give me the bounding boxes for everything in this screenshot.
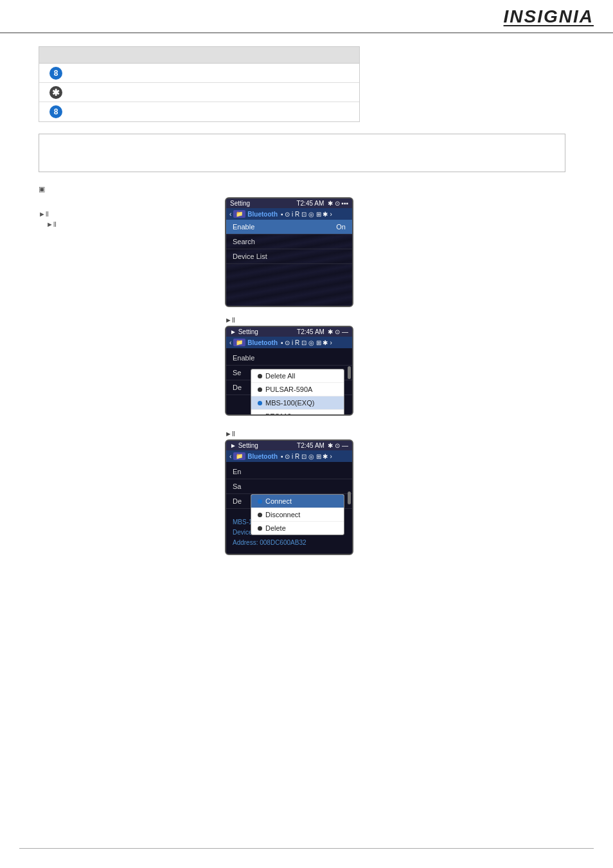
nav-icons-3: ▪ ⊙ i R ⊡ ◎ ⊞ ✱ — [281, 453, 328, 460]
icon-table: 8 ✱ 8 — [39, 46, 360, 122]
screen-group-1: Setting T2:45 AM ✱ ⊙ ▪▪▪ ‹ 📁 Bluetooth ▪… — [225, 197, 353, 307]
popup-item-disconnect[interactable]: Disconnect — [251, 508, 344, 522]
steps-left: ►ll ►ll — [39, 197, 193, 564]
popup-dot-disconnect — [258, 513, 262, 517]
device-screen-1: Setting T2:45 AM ✱ ⊙ ▪▪▪ ‹ 📁 Bluetooth ▪… — [225, 197, 353, 307]
nav-left-arrow-2: ‹ — [229, 339, 231, 346]
icon-row-2: ✱ — [39, 83, 359, 102]
screen-empty-area-1 — [226, 264, 352, 303]
menu-sa-label-3: Sa — [233, 483, 241, 490]
screen-body-1: Enable On Search Device List — [226, 220, 352, 306]
nav-bluetooth-label-1: Bluetooth — [247, 211, 278, 218]
popup-dot-4 — [258, 414, 262, 416]
nav-bt-icon-2: 📁 — [233, 339, 245, 346]
screen-menu-search[interactable]: Search — [226, 235, 352, 249]
bluetooth-icon-2: ✱ — [49, 86, 62, 99]
nav-right-arrow-3: › — [330, 453, 332, 460]
nav-bluetooth-label-2: Bluetooth — [247, 339, 278, 346]
popup-item-connect[interactable]: Connect — [251, 495, 344, 508]
nav-bt-icon-1: 📁 — [233, 210, 245, 218]
scrollbar-3 — [348, 492, 351, 504]
screen-status-bar-3: ► Setting T2:45 AM ✱ ⊙ — — [226, 441, 352, 450]
popup-item-delete-all[interactable]: Delete All — [251, 369, 344, 383]
popup-dot-connect — [258, 499, 262, 504]
icon-table-header — [39, 47, 359, 64]
step-between-1-2: ►ll — [225, 316, 353, 324]
screen-body-2: Enable Se De Delete All — [226, 348, 352, 414]
nav-right-arrow-2: › — [330, 339, 332, 346]
screen-menu-de-3: De Connect Disconnect — [226, 494, 352, 509]
popup-label-bes: BES112 — [265, 412, 291, 416]
icon-cell-3: 8 — [44, 105, 67, 118]
popup-item-mbs[interactable]: MBS-100(EXQ) — [251, 396, 344, 410]
main-content: 8 ✱ 8 ▣ ►ll ►ll — [0, 33, 613, 577]
screen-title-2: ► Setting — [230, 328, 258, 335]
popup-item-pulsar[interactable]: PULSAR-590A — [251, 383, 344, 396]
step-between-2-3: ►ll — [225, 430, 353, 438]
popup-item-bes[interactable]: BES112 — [251, 410, 344, 416]
popup-label-delete: Delete — [265, 524, 286, 532]
menu-en-label-3: En — [233, 468, 241, 475]
popup-dot-2 — [258, 387, 262, 392]
screen-body-3: En Sa De Connect — [226, 462, 352, 554]
logo: INSIGNIA — [504, 6, 594, 27]
screen-menu-en-3: En — [226, 465, 352, 479]
play-icon-2: ►ll — [46, 220, 57, 228]
menu-enable-label-2: Enable — [233, 354, 254, 362]
screen-nav-bar-2: ‹ 📁 Bluetooth ▪ ⊙ i R ⊡ ◎ ⊞ ✱ › — [226, 337, 352, 348]
popup-label-mbs: MBS-100(EXQ) — [265, 399, 314, 407]
screen-status-icons-1: T2:45 AM ✱ ⊙ ▪▪▪ — [296, 200, 348, 207]
screen-group-2: ► Setting T2:45 AM ✱ ⊙ — ‹ 📁 Bluetooth ▪… — [225, 326, 353, 416]
screen-group-3: ► Setting T2:45 AM ✱ ⊙ — ‹ 📁 Bluetooth ▪… — [225, 439, 353, 555]
screen-menu-sa-3: Sa — [226, 479, 352, 494]
nav-bluetooth-label-3: Bluetooth — [247, 453, 278, 460]
menu-search-label: Search — [233, 238, 255, 245]
icon-row-1: 8 — [39, 64, 359, 83]
screen-nav-bar-3: ‹ 📁 Bluetooth ▪ ⊙ i R ⊡ ◎ ⊞ ✱ › — [226, 450, 352, 462]
popup-dot-delete — [258, 526, 262, 531]
bluetooth-icon-3: 8 — [49, 105, 62, 118]
screen-empty-3 — [226, 547, 352, 554]
popup-dot-3 — [258, 401, 262, 405]
screens-container: Setting T2:45 AM ✱ ⊙ ▪▪▪ ‹ 📁 Bluetooth ▪… — [225, 197, 353, 564]
nav-left-arrow-1: ‹ — [229, 211, 231, 218]
footer-line — [19, 848, 594, 849]
icon-cell-1: 8 — [44, 67, 67, 80]
play-icon-1: ►ll — [39, 210, 49, 218]
screen-nav-bar-1: ‹ 📁 Bluetooth ▪ ⊙ i R ⊡ ◎ ⊞ ✱ › — [226, 208, 352, 220]
screen-status-bar-2: ► Setting T2:45 AM ✱ ⊙ — — [226, 327, 352, 337]
note-box — [39, 134, 565, 172]
popup-overlay-2: Delete All PULSAR-590A MBS-100(EXQ) — [251, 369, 344, 416]
menu-enable-value: On — [336, 223, 346, 231]
device-screen-2: ► Setting T2:45 AM ✱ ⊙ — ‹ 📁 Bluetooth ▪… — [225, 326, 353, 416]
screen-status-icons-2: T2:45 AM ✱ ⊙ — — [297, 328, 348, 335]
popup-label-pulsar: PULSAR-590A — [265, 385, 312, 393]
menu-de-label-2: De — [233, 384, 242, 391]
marker-icon: ▣ — [39, 185, 45, 193]
screen-title-3: ► Setting — [230, 442, 258, 449]
screen-status-icons-3: T2:45 AM ✱ ⊙ — — [297, 442, 348, 449]
nav-left-arrow-3: ‹ — [229, 453, 231, 460]
popup-label-delete-all: Delete All — [265, 372, 295, 380]
popup-label-connect: Connect — [265, 497, 292, 505]
screen-menu-devicelist[interactable]: Device List — [226, 249, 352, 264]
scrollbar-2 — [348, 366, 351, 379]
nav-icons-2: ▪ ⊙ i R ⊡ ◎ ⊞ ✱ — [281, 339, 328, 346]
step-icon-2: ►ll — [225, 430, 235, 438]
popup-item-delete[interactable]: Delete — [251, 522, 344, 535]
menu-de-label-3: De — [233, 497, 242, 505]
screen-menu-enable[interactable]: Enable On — [226, 220, 352, 235]
section-marker: ▣ — [39, 185, 574, 193]
device-info-address: Address: 008DC600AB32 — [226, 537, 352, 547]
device-screen-3: ► Setting T2:45 AM ✱ ⊙ — ‹ 📁 Bluetooth ▪… — [225, 439, 353, 555]
nav-icons-1: ▪ ⊙ i R ⊡ ◎ ⊞ ✱ — [281, 211, 328, 218]
bluetooth-icon-1: 8 — [49, 67, 62, 80]
popup-dot-1 — [258, 374, 262, 378]
header: INSIGNIA — [0, 0, 613, 33]
popup-label-disconnect: Disconnect — [265, 511, 300, 518]
menu-enable-label: Enable — [233, 223, 254, 231]
step-label-1: ►ll — [39, 210, 193, 218]
step-icon-1: ►ll — [225, 316, 235, 324]
menu-se-label-2: Se — [233, 369, 241, 376]
popup-overlay-3: Connect Disconnect Delete — [251, 494, 344, 535]
